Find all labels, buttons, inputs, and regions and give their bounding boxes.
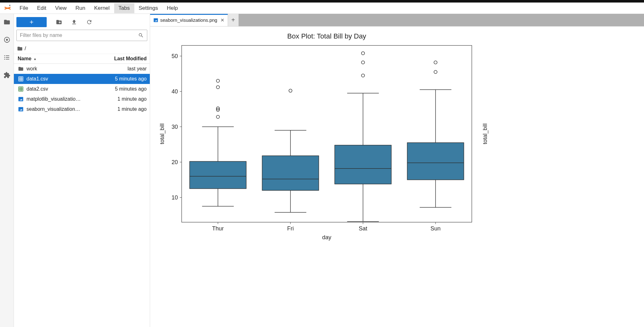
file-row-matplotlib-visualizatio-[interactable]: matplotlib_visualizatio…1 minute ago [14, 94, 150, 104]
menu-view[interactable]: View [51, 3, 71, 13]
svg-rect-4 [6, 56, 9, 56]
toc-icon[interactable] [3, 54, 11, 61]
new-folder-icon[interactable] [56, 19, 62, 26]
tab-bar: seaborn_visualizations.png ✕ + [150, 14, 644, 27]
image-icon [18, 106, 24, 112]
svg-rect-2 [6, 39, 8, 41]
svg-rect-49 [190, 161, 246, 188]
folder-icon [18, 66, 24, 72]
breadcrumb[interactable]: / [14, 44, 150, 54]
breadcrumb-root[interactable]: / [25, 45, 26, 52]
svg-rect-20 [19, 107, 23, 111]
svg-rect-76 [407, 143, 464, 180]
folder-icon [17, 46, 23, 51]
image-icon [153, 18, 158, 23]
svg-text:day: day [322, 234, 331, 241]
svg-point-5 [4, 57, 5, 58]
running-icon[interactable] [3, 36, 11, 44]
svg-point-0 [9, 5, 10, 6]
svg-rect-21 [154, 18, 158, 22]
svg-text:30: 30 [172, 124, 178, 130]
menu-settings[interactable]: Settings [134, 3, 162, 13]
upload-icon[interactable] [71, 19, 78, 26]
column-name-label: Name [18, 56, 32, 62]
sort-asc-icon: ▲ [33, 57, 37, 61]
svg-text:total_bill: total_bill [482, 123, 489, 144]
file-modified: 5 minutes ago [96, 76, 147, 82]
svg-text:20: 20 [172, 159, 178, 165]
file-row-seaborn-visualization-[interactable]: seaborn_visualization…1 minute ago [14, 104, 150, 114]
file-name: matplotlib_visualizatio… [26, 96, 96, 102]
file-list-header[interactable]: Name ▲ Last Modified [14, 54, 150, 64]
file-row-data2-csv[interactable]: data2.csv5 minutes ago [14, 84, 150, 94]
file-list: worklast yeardata1.csv5 minutes agodata2… [14, 64, 150, 327]
activity-bar [0, 14, 14, 327]
jupyter-logo-icon [3, 4, 12, 13]
svg-point-79 [434, 61, 437, 64]
tab-seaborn-visualizations[interactable]: seaborn_visualizations.png ✕ [150, 14, 228, 26]
file-modified: 1 minute ago [96, 96, 147, 102]
svg-text:Sat: Sat [359, 225, 367, 232]
menu-kernel[interactable]: Kernel [90, 3, 114, 13]
svg-text:50: 50 [172, 53, 178, 59]
svg-point-69 [361, 74, 365, 77]
menu-file[interactable]: File [15, 3, 32, 13]
svg-point-7 [4, 59, 5, 60]
file-browser-toolbar [14, 14, 150, 30]
svg-text:Thur: Thur [212, 225, 224, 232]
image-icon [18, 96, 24, 102]
svg-text:10: 10 [172, 194, 178, 201]
close-icon[interactable]: ✕ [220, 17, 225, 23]
window-top-bar [0, 0, 644, 3]
svg-point-54 [216, 86, 220, 89]
svg-rect-6 [6, 57, 9, 58]
filter-files-box[interactable] [16, 30, 147, 41]
menu-help[interactable]: Help [162, 3, 182, 13]
csv-green-icon [18, 86, 24, 92]
file-row-work[interactable]: worklast year [14, 64, 150, 74]
file-name: data1.csv [26, 76, 96, 82]
tab-label: seaborn_visualizations.png [160, 17, 217, 23]
image-viewer[interactable]: Box Plot: Total Bill by Day1020304050tot… [150, 27, 644, 327]
new-launcher-button[interactable] [16, 17, 47, 27]
svg-text:Fri: Fri [287, 225, 294, 232]
svg-rect-60 [262, 156, 319, 190]
file-browser-sidebar: / Name ▲ Last Modified worklast yeardata… [14, 14, 150, 327]
svg-text:Sun: Sun [430, 225, 441, 232]
file-name: work [26, 66, 96, 72]
svg-rect-67 [335, 145, 391, 184]
svg-rect-14 [19, 87, 23, 91]
menu-run[interactable]: Run [71, 3, 90, 13]
svg-rect-9 [19, 77, 23, 81]
folder-icon[interactable] [3, 18, 11, 26]
search-icon [138, 33, 144, 38]
file-modified: last year [96, 66, 147, 72]
menubar: FileEditViewRunKernelTabsSettingsHelp [0, 3, 644, 14]
new-tab-button[interactable]: + [228, 14, 239, 26]
svg-rect-19 [19, 97, 23, 101]
svg-point-70 [361, 61, 365, 64]
svg-point-55 [216, 79, 220, 82]
svg-point-51 [216, 115, 220, 118]
csv-blue-icon [18, 76, 24, 82]
main-content: seaborn_visualizations.png ✕ + Box Plot:… [150, 14, 644, 327]
refresh-icon[interactable] [86, 19, 93, 26]
svg-point-78 [434, 70, 437, 74]
svg-text:Box Plot: Total Bill by Day: Box Plot: Total Bill by Day [287, 32, 366, 40]
file-modified: 1 minute ago [96, 106, 147, 112]
extensions-icon[interactable] [3, 71, 11, 79]
svg-text:total_bill: total_bill [159, 123, 166, 144]
file-modified: 5 minutes ago [96, 86, 147, 92]
filter-files-input[interactable] [20, 33, 138, 38]
menu-tabs[interactable]: Tabs [114, 3, 134, 13]
column-modified-label: Last Modified [96, 56, 147, 62]
svg-point-62 [289, 89, 292, 92]
menu-edit[interactable]: Edit [32, 3, 50, 13]
svg-point-3 [4, 55, 5, 56]
svg-point-71 [361, 52, 365, 55]
svg-rect-23 [182, 45, 472, 222]
svg-text:40: 40 [172, 88, 178, 95]
file-row-data1-csv[interactable]: data1.csv5 minutes ago [14, 74, 150, 84]
svg-rect-8 [6, 59, 9, 60]
boxplot-chart: Box Plot: Total Bill by Day1020304050tot… [156, 30, 491, 244]
